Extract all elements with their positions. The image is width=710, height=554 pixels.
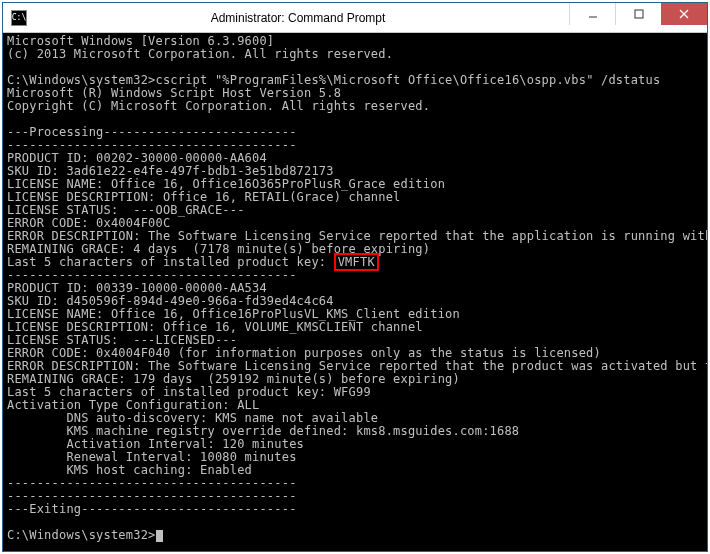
line: ---------------------------------------: [7, 268, 297, 282]
line: SKU ID: 3ad61e22-e4fe-497f-bdb1-3e51bd87…: [7, 164, 334, 178]
cursor: [156, 530, 163, 542]
line: Activation Type Configuration: ALL: [7, 398, 259, 412]
line: LICENSE DESCRIPTION: Office 16, VOLUME_K…: [7, 320, 423, 334]
line: PRODUCT ID: 00202-30000-00000-AA604: [7, 151, 267, 165]
line: LICENSE NAME: Office 16, Office16ProPlus…: [7, 307, 460, 321]
maximize-button[interactable]: [615, 3, 661, 25]
line: LICENSE DESCRIPTION: Office 16, RETAIL(G…: [7, 190, 401, 204]
minimize-button[interactable]: [569, 3, 615, 25]
line: LICENSE STATUS: ---LICENSED---: [7, 333, 237, 347]
line: (c) 2013 Microsoft Corporation. All righ…: [7, 47, 393, 61]
line: Activation Interval: 120 minutes: [7, 437, 304, 451]
line: Last 5 characters of installed product k…: [7, 255, 334, 269]
line: ---------------------------------------: [7, 476, 297, 490]
line: ---------------------------------------: [7, 138, 297, 152]
prompt: C:\Windows\system32>: [7, 528, 156, 542]
line: ERROR DESCRIPTION: The Software Licensin…: [7, 359, 707, 373]
line: KMS host caching: Enabled: [7, 463, 252, 477]
svg-rect-1: [635, 10, 643, 18]
line: DNS auto-discovery: KMS name not availab…: [7, 411, 378, 425]
line: Renewal Interval: 10080 minutes: [7, 450, 297, 464]
line: Last 5 characters of installed product k…: [7, 385, 371, 399]
line: PRODUCT ID: 00339-10000-00000-AA534: [7, 281, 267, 295]
console-output[interactable]: Microsoft Windows [Version 6.3.9600] (c)…: [3, 33, 707, 551]
line: Copyright (C) Microsoft Corporation. All…: [7, 99, 430, 113]
app-icon: C:\: [11, 10, 27, 26]
line: LICENSE STATUS: ---OOB_GRACE---: [7, 203, 245, 217]
command-prompt-window: C:\ Administrator: Command Prompt Micros…: [2, 2, 708, 552]
line: ---Exiting-----------------------------: [7, 502, 297, 516]
prompt: C:\Windows\system32>: [7, 73, 156, 87]
line: ---------------------------------------: [7, 489, 297, 503]
line: LICENSE NAME: Office 16, Office16O365Pro…: [7, 177, 445, 191]
window-controls: [569, 3, 707, 25]
line: REMAINING GRACE: 179 days (259192 minute…: [7, 372, 460, 386]
line: Microsoft (R) Windows Script Host Versio…: [7, 86, 341, 100]
line: Microsoft Windows [Version 6.3.9600]: [7, 34, 274, 48]
titlebar[interactable]: C:\ Administrator: Command Prompt: [3, 3, 707, 33]
line: ---Processing--------------------------: [7, 125, 297, 139]
line: ERROR CODE: 0x4004F00C: [7, 216, 170, 230]
line: KMS machine registry override defined: k…: [7, 424, 519, 438]
line: ERROR CODE: 0x4004F040 (for information …: [7, 346, 601, 360]
line: SKU ID: d450596f-894d-49e0-966a-fd39ed4c…: [7, 294, 334, 308]
line: ERROR DESCRIPTION: The Software Licensin…: [7, 229, 707, 243]
close-button[interactable]: [661, 3, 707, 25]
command: cscript "%ProgramFiles%\Microsoft Office…: [156, 73, 661, 87]
window-title: Administrator: Command Prompt: [27, 11, 569, 25]
highlighted-key: VMFTK: [334, 253, 379, 271]
